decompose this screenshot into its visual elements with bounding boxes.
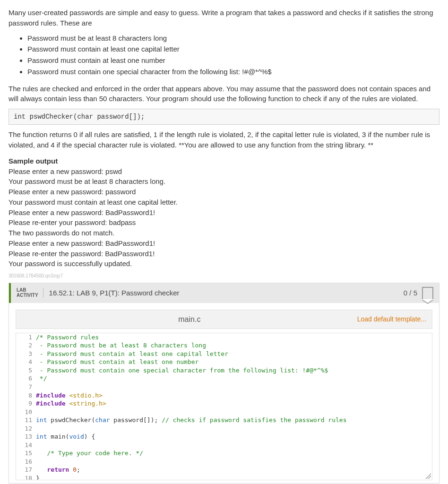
- code-content[interactable]: [36, 458, 432, 466]
- rule-item: Password must contain one special charac…: [27, 67, 439, 77]
- code-line[interactable]: 11int pswdChecker(char password[]); // c…: [16, 416, 432, 424]
- code-line[interactable]: 10: [16, 408, 432, 416]
- code-line[interactable]: 18}: [16, 474, 432, 480]
- line-number: 1: [16, 333, 36, 342]
- problem-intro-3: The function returns 0 if all rules are …: [9, 130, 439, 150]
- lab-title: 16.52.1: LAB 9, P1(T): Password checker: [49, 288, 404, 298]
- line-number: 3: [16, 350, 36, 358]
- sample-line: Please re-enter your password: badpass: [9, 217, 439, 228]
- code-line[interactable]: 13int main(void) {: [16, 432, 432, 441]
- code-content[interactable]: [36, 383, 432, 391]
- rules-list: Password must be at least 8 characters l…: [9, 33, 439, 77]
- sample-line: Your password is successfully updated.: [9, 259, 439, 269]
- sample-line: Please enter a new password: BadPassword…: [9, 207, 439, 218]
- rule-item: Password must be at least 8 characters l…: [27, 33, 439, 43]
- code-line[interactable]: 8#include <stdio.h>: [16, 391, 432, 400]
- lab-header: LAB ACTIVITY 16.52.1: LAB 9, P1(T): Pass…: [9, 283, 439, 303]
- code-line[interactable]: 3 - Password must contain at least one c…: [16, 350, 432, 358]
- line-number: 5: [16, 366, 36, 375]
- code-content[interactable]: - Password must be at least 8 characters…: [36, 341, 432, 350]
- line-number: 10: [16, 408, 36, 416]
- line-number: 11: [16, 416, 36, 424]
- editor-area: main.c Load default template... 1/* Pass…: [9, 303, 439, 483]
- sample-line: Please enter a new password: BadPassword…: [9, 238, 439, 249]
- load-default-template-link[interactable]: Load default template...: [357, 314, 426, 324]
- code-content[interactable]: int main(void) {: [36, 432, 432, 441]
- code-line[interactable]: 7: [16, 383, 432, 391]
- lab-activity-panel: LAB ACTIVITY 16.52.1: LAB 9, P1(T): Pass…: [9, 283, 439, 484]
- code-content[interactable]: - Password must contain at least one cap…: [36, 350, 432, 358]
- code-line[interactable]: 2 - Password must be at least 8 characte…: [16, 341, 432, 350]
- code-line[interactable]: 14: [16, 441, 432, 449]
- lab-badge-line2: ACTIVITY: [17, 293, 38, 298]
- lab-score: 0 / 5: [404, 288, 417, 298]
- code-line[interactable]: 5 - Password must contain one special ch…: [16, 366, 432, 375]
- code-content[interactable]: /* Type your code here. */: [36, 449, 432, 458]
- sample-output-block: Please enter a new password: pswd Your p…: [9, 166, 439, 269]
- line-number: 4: [16, 358, 36, 366]
- watermark-text: 301608.1764500.qx3zqy7: [9, 273, 439, 280]
- code-content[interactable]: return 0;: [36, 466, 432, 474]
- function-signature-box: int pswdChecker(char password[]);: [9, 109, 439, 125]
- code-content[interactable]: - Password must contain one special char…: [36, 366, 432, 375]
- code-editor[interactable]: 1/* Password rules2 - Password must be a…: [16, 333, 432, 480]
- code-content[interactable]: int pswdChecker(char password[]); // che…: [36, 416, 432, 424]
- rule-item: Password must contain at least one numbe…: [27, 55, 439, 66]
- lab-badge-line1: LAB: [17, 288, 38, 293]
- sample-line: Please enter a new password: password: [9, 187, 439, 197]
- code-content[interactable]: [36, 441, 432, 449]
- code-content[interactable]: */: [36, 374, 432, 383]
- editor-topbar: main.c Load default template...: [16, 310, 432, 329]
- line-number: 7: [16, 383, 36, 391]
- sample-line: Please re-enter the password: BadPasswor…: [9, 249, 439, 259]
- code-content[interactable]: /* Password rules: [36, 333, 432, 342]
- code-line[interactable]: 4 - Password must contain at least one n…: [16, 358, 432, 366]
- line-number: 14: [16, 441, 36, 449]
- code-line[interactable]: 1/* Password rules: [16, 333, 432, 342]
- code-content[interactable]: }: [36, 474, 432, 480]
- editor-filename: main.c: [22, 314, 357, 325]
- line-number: 12: [16, 424, 36, 433]
- line-number: 13: [16, 432, 36, 441]
- sample-line: Your password must be at least 8 charact…: [9, 176, 439, 187]
- rule-item: Password must contain at least one capit…: [27, 44, 439, 54]
- problem-intro-1: Many user-created passwords are simple a…: [9, 8, 439, 28]
- code-content[interactable]: [36, 424, 432, 433]
- line-number: 18: [16, 474, 36, 480]
- sample-line: Your password must contain at least one …: [9, 197, 439, 207]
- bookmark-icon[interactable]: [422, 287, 433, 299]
- line-number: 17: [16, 466, 36, 474]
- code-line[interactable]: 12: [16, 424, 432, 433]
- code-line[interactable]: 9#include <string.h>: [16, 399, 432, 408]
- code-content[interactable]: [36, 408, 432, 416]
- line-number: 16: [16, 458, 36, 466]
- code-content[interactable]: - Password must contain at least one num…: [36, 358, 432, 366]
- code-line[interactable]: 6 */: [16, 374, 432, 383]
- resize-handle-icon[interactable]: [425, 473, 431, 479]
- line-number: 15: [16, 449, 36, 458]
- code-content[interactable]: #include <stdio.h>: [36, 391, 432, 400]
- line-number: 9: [16, 399, 36, 408]
- line-number: 2: [16, 341, 36, 350]
- sample-line: Please enter a new password: pswd: [9, 166, 439, 177]
- line-number: 8: [16, 391, 36, 400]
- code-line[interactable]: 16: [16, 458, 432, 466]
- lab-badge: LAB ACTIVITY: [17, 288, 43, 298]
- code-line[interactable]: 15 /* Type your code here. */: [16, 449, 432, 458]
- sample-output-heading: Sample output: [9, 156, 439, 166]
- line-number: 6: [16, 374, 36, 383]
- code-content[interactable]: #include <string.h>: [36, 399, 432, 408]
- code-line[interactable]: 17 return 0;: [16, 466, 432, 474]
- sample-line: The two passwords do not match.: [9, 228, 439, 238]
- problem-intro-2: The rules are checked and enforced in th…: [9, 84, 439, 104]
